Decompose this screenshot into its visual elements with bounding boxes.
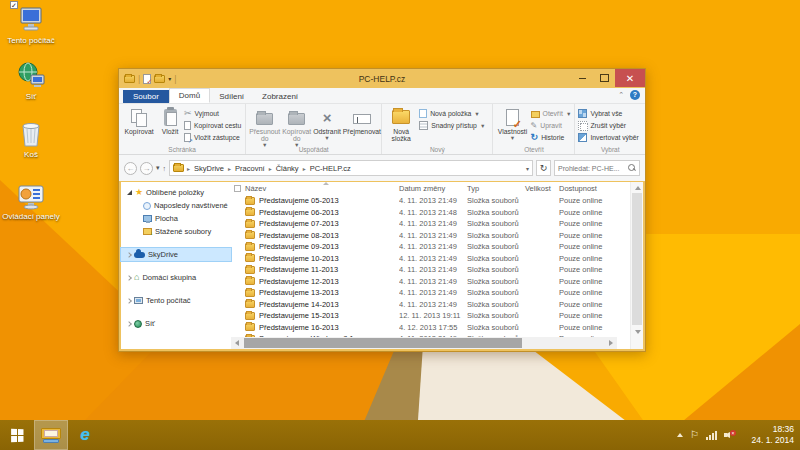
file-row[interactable]: Představujeme 12-20134. 11. 2013 21:49Sl… [231, 276, 630, 288]
taskbar-file-explorer-button[interactable] [35, 421, 67, 449]
scissors-icon: ✂ [184, 109, 192, 118]
select-none-button[interactable]: Zrušit výběr [578, 121, 638, 130]
cut-button[interactable]: ✂Vyjmout [184, 109, 241, 118]
scroll-up-icon[interactable] [631, 182, 644, 193]
downloads-icon [143, 228, 152, 235]
tab-domu[interactable]: Domů [169, 88, 210, 103]
file-row[interactable]: Představujeme 13-20134. 11. 2013 21:49Sl… [231, 287, 630, 299]
taskbar-internet-explorer-button[interactable]: e [69, 421, 101, 449]
expander-collapsed-icon[interactable] [126, 275, 132, 281]
sidebar-item-skydrive[interactable]: SkyDrive [121, 248, 231, 261]
sidebar-item-desktop[interactable]: Plocha [121, 212, 231, 225]
checkbox-checked-icon[interactable]: ✓ [10, 1, 18, 9]
rename-button[interactable]: Přejmenovat [343, 107, 381, 135]
open-button[interactable]: Otevřít▼ [531, 109, 572, 118]
refresh-button[interactable]: ↻ [536, 160, 551, 176]
column-header-type[interactable]: Typ [467, 184, 525, 193]
up-button[interactable]: ↑ [163, 165, 167, 172]
column-header-date[interactable]: Datum změny [399, 184, 467, 193]
invert-selection-button[interactable]: Invertovat výběr [578, 133, 638, 142]
desktop-icon-control-panel[interactable]: Ovládací panely [2, 180, 60, 221]
column-header-size[interactable]: Velikost [525, 184, 559, 193]
network-signal-icon[interactable] [706, 431, 717, 440]
crumb-skydrive[interactable]: SkyDrive [193, 164, 225, 173]
sidebar-item-this-pc[interactable]: Tento počítač [121, 294, 231, 307]
paste-shortcut-button[interactable]: Vložit zástupce [184, 133, 241, 142]
new-item-button[interactable]: Nová položka▼ [419, 109, 485, 118]
file-row[interactable]: Představujeme 15-201312. 11. 2013 19:11S… [231, 310, 630, 322]
move-to-button[interactable]: Přesunout do▼ [249, 107, 280, 149]
expander-collapsed-icon[interactable] [126, 252, 132, 258]
file-row[interactable]: Představujeme 11-20134. 11. 2013 21:49Sl… [231, 264, 630, 276]
volume-muted-icon[interactable]: × [724, 430, 736, 440]
copy-button[interactable]: Kopírovat [122, 107, 156, 135]
start-button[interactable] [0, 420, 34, 450]
horizontal-scroll-thumb[interactable] [244, 338, 522, 348]
scroll-left-icon[interactable] [231, 337, 243, 349]
crumb-pracovni[interactable]: Pracovní [234, 164, 266, 173]
vertical-scroll-thumb[interactable] [632, 193, 642, 325]
column-header-name[interactable]: Název [245, 184, 399, 193]
close-button[interactable]: ✕ [615, 69, 645, 87]
column-header-availability[interactable]: Dostupnost [559, 184, 623, 193]
expander-expanded-icon[interactable] [127, 190, 132, 195]
expander-collapsed-icon[interactable] [126, 321, 132, 327]
file-row[interactable]: Představujeme 05-20134. 11. 2013 21:49Sl… [231, 195, 630, 207]
file-row[interactable]: Představujeme 10-20134. 11. 2013 21:49Sl… [231, 253, 630, 265]
address-dropdown-icon[interactable]: ▾ [526, 165, 529, 172]
horizontal-scrollbar[interactable] [231, 337, 617, 349]
help-icon[interactable]: ? [630, 90, 640, 100]
title-bar[interactable]: | ▾ | PC-HELP.cz ✕ [119, 69, 645, 88]
tab-soubor[interactable]: Soubor [123, 90, 169, 103]
back-button[interactable]: ← [124, 162, 137, 175]
sidebar-item-downloads[interactable]: Stažené soubory [121, 225, 231, 238]
file-row[interactable]: Představujeme 16-20134. 12. 2013 17:55Sl… [231, 322, 630, 334]
maximize-button[interactable] [593, 69, 615, 87]
search-box[interactable] [554, 160, 640, 176]
edit-button[interactable]: ✎Upravit [531, 121, 572, 130]
sidebar-item-recent[interactable]: Naposledy navštívené [121, 199, 231, 212]
crumb-separator-icon: ▸ [228, 165, 231, 172]
expander-collapsed-icon[interactable] [126, 298, 132, 304]
properties-icon [506, 109, 519, 126]
sidebar-item-network[interactable]: Síť [121, 317, 231, 330]
desktop-icon-network[interactable]: Síť [2, 60, 60, 101]
desktop-icon-recycle-bin[interactable]: Koš [2, 118, 60, 159]
easy-access-button[interactable]: Snadný přístup▼ [419, 121, 485, 130]
sidebar-item-homegroup[interactable]: ⌂ Domácí skupina [121, 271, 231, 284]
file-row[interactable]: Představujeme 06-20134. 11. 2013 21:48Sl… [231, 207, 630, 219]
properties-button[interactable]: Vlastnosti▼ [496, 107, 528, 142]
collapse-ribbon-icon[interactable]: ⌃ [618, 91, 624, 99]
search-input[interactable] [558, 165, 628, 172]
action-center-flag-icon[interactable]: ⚐ [690, 430, 699, 440]
forward-button[interactable]: → [140, 162, 153, 175]
show-hidden-icons-button[interactable] [677, 433, 683, 437]
paste-button[interactable]: Vložit [158, 107, 182, 135]
copy-path-button[interactable]: Kopírovat cestu [184, 121, 241, 130]
sidebar-item-favorites[interactable]: ★ Oblíbené položky [121, 186, 231, 199]
breadcrumb[interactable]: ▸ SkyDrive ▸ Pracovní ▸ Články ▸ PC-HELP… [169, 160, 533, 176]
tab-zobrazeni[interactable]: Zobrazení [253, 90, 307, 103]
taskbar-clock[interactable]: 18:36 24. 1. 2014 [751, 424, 794, 446]
desktop-icon-this-pc[interactable]: ✓ Tento počítač [2, 4, 60, 45]
history-button[interactable]: ↻Historie [531, 133, 572, 142]
file-row[interactable]: Představujeme 07-20134. 11. 2013 21:49Sl… [231, 218, 630, 230]
scroll-down-icon[interactable] [631, 326, 644, 337]
copy-to-button[interactable]: Kopírovat do▼ [282, 107, 311, 149]
select-all-button[interactable]: Vybrat vše [578, 109, 638, 118]
file-row[interactable]: Představujeme 14-20134. 11. 2013 21:49Sl… [231, 299, 630, 311]
file-row[interactable]: Představujeme 09-20134. 11. 2013 21:49Sl… [231, 241, 630, 253]
delete-button[interactable]: × Odstranit▼ [313, 107, 341, 142]
scroll-right-icon[interactable] [605, 337, 617, 349]
file-row[interactable]: Představujeme 08-20134. 11. 2013 21:49Sl… [231, 230, 630, 242]
minimize-button[interactable] [571, 69, 593, 87]
crumb-pc-help[interactable]: PC-HELP.cz [309, 164, 352, 173]
sort-ascending-icon [323, 182, 329, 185]
vertical-scrollbar[interactable] [630, 182, 643, 349]
recent-locations-icon[interactable]: ▾ [156, 164, 160, 172]
column-headers: Název Datum změny Typ Velikost Dostupnos… [231, 182, 630, 195]
crumb-clanky[interactable]: Články [275, 164, 300, 173]
new-folder-button[interactable]: Nová složka [385, 107, 417, 142]
tab-sdileni[interactable]: Sdílení [210, 90, 253, 103]
select-all-checkbox[interactable] [234, 185, 241, 192]
